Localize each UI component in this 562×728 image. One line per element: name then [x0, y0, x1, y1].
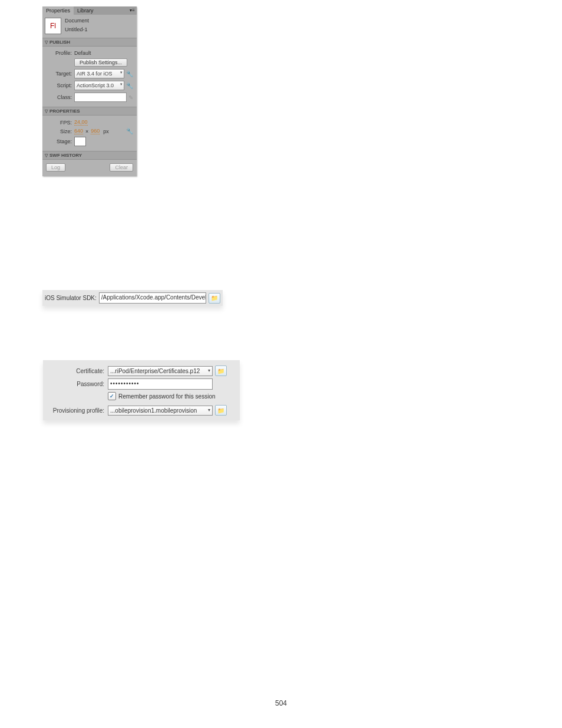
script-dropdown[interactable]: ActionScript 3.0 ▾ [74, 81, 124, 90]
class-input[interactable] [74, 93, 127, 102]
publish-settings-button[interactable]: Publish Settings... [74, 58, 127, 67]
panel-menu-icon[interactable]: ▾≡ [130, 8, 135, 13]
log-button[interactable]: Log [46, 163, 65, 172]
section-publish-label: PUBLISH [49, 39, 70, 45]
profile-value: Default [74, 50, 91, 56]
certificate-label: Certificate: [48, 368, 108, 374]
ios-sim-path-input[interactable]: /Applications/Xcode.app/Contents/Develop… [99, 292, 206, 304]
document-section: Fl Document Untitled-1 [42, 15, 137, 38]
target-label: Target: [46, 71, 74, 77]
chevron-down-icon: ▾ [208, 368, 210, 373]
provisioning-label: Provisioning profile: [48, 407, 108, 414]
page-number: 504 [0, 699, 562, 707]
chevron-down-icon: ▾ [120, 70, 123, 75]
deployment-section: Certificate: ...riPod/Enterprise/Certifi… [43, 360, 240, 420]
document-name: Untitled-1 [65, 25, 89, 34]
target-value: AIR 3.4 for iOS [77, 71, 113, 77]
wrench-icon[interactable]: 🔧 [126, 71, 133, 77]
size-unit: px [103, 129, 109, 134]
class-label: Class: [46, 94, 74, 100]
profile-label: Profile: [46, 50, 74, 56]
script-label: Script: [46, 83, 74, 88]
remember-label: Remember password for this session [118, 393, 216, 400]
section-properties-head[interactable]: ▽ PROPERTIES [42, 107, 137, 116]
size-width[interactable]: 640 [74, 128, 83, 134]
script-value: ActionScript 3.0 [77, 83, 114, 88]
remember-checkbox[interactable]: ✓ [108, 392, 116, 400]
folder-icon: 📁 [217, 368, 224, 374]
target-dropdown[interactable]: AIR 3.4 for iOS ▾ [74, 69, 124, 78]
stage-label: Stage: [46, 139, 74, 144]
pencil-icon[interactable]: ✎ [128, 94, 133, 101]
browse-button[interactable]: 📁 [215, 405, 227, 416]
stage-color-swatch[interactable] [74, 137, 86, 146]
size-height[interactable]: 960 [91, 128, 100, 134]
fps-label: FPS: [46, 120, 74, 126]
chevron-down-icon: ▾ [208, 407, 210, 413]
document-type: Document [65, 17, 89, 25]
certificate-value: ...riPod/Enterprise/Certificates.p12 [110, 368, 200, 374]
folder-icon: 📁 [211, 295, 218, 301]
panel-tabs: Properties Library ▾≡ [42, 6, 137, 15]
provisioning-value: ...obileprovision1.mobileprovision [110, 407, 197, 414]
tab-properties[interactable]: Properties [42, 6, 74, 15]
disclosure-icon: ▽ [45, 153, 48, 158]
browse-button[interactable]: 📁 [209, 293, 220, 304]
wrench-icon[interactable]: 🔧 [126, 83, 133, 89]
section-swf-head[interactable]: ▽ SWF HISTORY [42, 151, 137, 160]
size-x: × [85, 129, 88, 134]
fps-value[interactable]: 24,00 [74, 119, 88, 126]
clear-button[interactable]: Clear [110, 163, 133, 172]
password-input[interactable]: ••••••••••• [108, 378, 213, 390]
section-publish-head[interactable]: ▽ PUBLISH [42, 38, 137, 47]
ios-sim-label: iOS Simulator SDK: [45, 295, 99, 301]
section-swf-label: SWF HISTORY [49, 153, 82, 158]
ios-simulator-sdk-row: iOS Simulator SDK: /Applications/Xcode.a… [42, 290, 223, 306]
certificate-dropdown[interactable]: ...riPod/Enterprise/Certificates.p12 ▾ [108, 366, 213, 376]
chevron-down-icon: ▾ [120, 82, 123, 87]
size-label: Size: [46, 129, 74, 134]
properties-panel: Properties Library ▾≡ Fl Document Untitl… [42, 6, 137, 176]
tab-library[interactable]: Library [74, 6, 97, 15]
disclosure-icon: ▽ [45, 109, 48, 114]
password-label: Password: [48, 381, 108, 387]
wrench-icon[interactable]: 🔧 [126, 128, 133, 134]
provisioning-dropdown[interactable]: ...obileprovision1.mobileprovision ▾ [108, 406, 213, 416]
browse-button[interactable]: 📁 [215, 365, 227, 376]
disclosure-icon: ▽ [45, 40, 48, 45]
flash-doc-icon: Fl [45, 18, 61, 34]
folder-icon: 📁 [217, 407, 224, 414]
section-properties-label: PROPERTIES [49, 108, 80, 114]
